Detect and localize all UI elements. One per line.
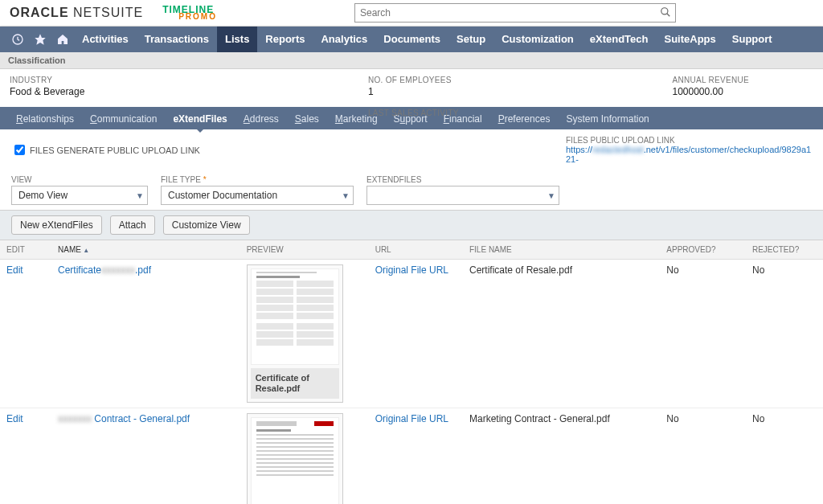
tab-communication[interactable]: Communication [82,109,165,129]
tab-sales[interactable]: Sales [287,109,327,129]
files-public-upload-link-label: FILES PUBLIC UPLOAD LINK [566,136,812,145]
nav-analytics[interactable]: Analytics [313,27,375,52]
logo-timeline: TIMELINE PROMO [162,5,217,21]
nav-support[interactable]: Support [724,27,780,52]
file-name-link[interactable]: Certificatexxxxxxx.pdf [58,264,151,276]
files-generate-public-link-label: FILES GENERATE PUBLIC UPLOAD LINK [30,145,200,155]
filename-cell: Certificate of Resale.pdf [463,260,660,408]
tab-address[interactable]: Address [235,109,287,129]
th-edit[interactable]: EDIT [0,240,51,260]
svg-point-0 [661,8,668,14]
preview-caption: Certificate of Resale.pdf [251,368,339,399]
employees-value: 1 [368,86,459,97]
original-file-url-link[interactable]: Original File URL [375,413,448,424]
new-extendfiles-button[interactable]: New eXtendFiles [11,215,102,235]
nav-documents[interactable]: Documents [375,27,448,52]
view-label: VIEW [11,175,148,184]
actions-bar: New eXtendFiles Attach Customize View [0,210,823,240]
extendfiles-label: EXTENDFILES [366,175,559,184]
th-name[interactable]: NAME [51,240,240,260]
view-select[interactable]: Demo View ▼ [11,186,148,205]
files-table: EDIT NAME PREVIEW URL FILE NAME APPROVED… [0,240,823,504]
nav-reports[interactable]: Reports [257,27,313,52]
tab-preferences[interactable]: Preferences [490,109,559,129]
nav-setup[interactable]: Setup [448,27,493,52]
tab-system-information[interactable]: System Information [558,109,657,129]
employees-label: NO. OF EMPLOYEES [368,76,459,84]
chevron-down-icon: ▼ [547,191,555,200]
nav-suiteapps[interactable]: SuiteApps [657,27,724,52]
global-search[interactable] [354,3,676,23]
search-input[interactable] [354,3,676,23]
industry-value: Food & Beverage [10,86,84,97]
svg-marker-3 [35,34,45,44]
filename-cell: Marketing Contract - General.pdf [463,408,660,504]
original-file-url-link[interactable]: Original File URL [375,264,448,276]
tab-extendfiles[interactable]: eXtendFiles [165,109,235,129]
nav-extendtech[interactable]: eXtendTech [582,27,657,52]
edit-link[interactable]: Edit [6,264,23,276]
tab-relationships[interactable]: Relationships [8,109,82,129]
classification-body: INDUSTRY Food & Beverage NO. OF EMPLOYEE… [0,69,823,107]
nav-transactions[interactable]: Transactions [137,27,217,52]
rejected-cell: No [746,408,823,504]
last-sales-label: LAST SALES ACTIVITY [368,109,459,117]
nav-customization[interactable]: Customization [493,27,582,52]
extendfiles-select[interactable]: ▼ [366,186,559,205]
filetype-select[interactable]: Customer Documentation ▼ [161,186,354,205]
th-approved[interactable]: APPROVED? [660,240,746,260]
revenue-label: ANNUAL REVENUE [672,76,749,84]
industry-label: INDUSTRY [10,76,84,84]
home-icon[interactable] [51,27,74,52]
rejected-cell: No [746,260,823,408]
filetype-value: Customer Documentation [168,190,277,201]
approved-cell: No [660,260,746,408]
filters: VIEW Demo View ▼ FILE TYPE * Customer Do… [0,167,823,210]
files-public-upload-link[interactable]: https://redactedhost.net/v1/files/custom… [566,145,812,164]
main-nav: Activities Transactions Lists Reports An… [0,27,823,52]
recent-icon[interactable] [6,27,29,52]
filetype-label: FILE TYPE * [161,175,354,184]
preview-thumbnail[interactable]: Certificate of Resale.pdf [247,264,343,403]
chevron-down-icon: ▼ [136,191,144,200]
search-icon[interactable] [660,6,671,18]
star-icon[interactable] [29,27,51,52]
th-preview[interactable]: PREVIEW [240,240,369,260]
nav-activities[interactable]: Activities [74,27,137,52]
logo-oracle: ORACLE NETSUITE [10,6,143,20]
customize-view-button[interactable]: Customize View [163,215,250,235]
th-rejected[interactable]: REJECTED? [746,240,823,260]
approved-cell: No [660,408,746,504]
files-generate-public-link-checkbox[interactable] [14,145,25,155]
table-row: Edit Certificatexxxxxxx.pdf Certificate … [0,260,823,408]
file-name-link[interactable]: xxxxxxx Contract - General.pdf [58,413,190,424]
revenue-value: 1000000.00 [672,86,749,97]
preview-thumbnail[interactable]: Marketing Contract - General.pdf [247,413,343,504]
header: ORACLE NETSUITE TIMELINE PROMO [0,0,823,27]
th-url[interactable]: URL [369,240,463,260]
classification-header: Classification [0,52,823,69]
table-row: Edit xxxxxxx Contract - General.pdf Mark… [0,408,823,504]
chevron-down-icon: ▼ [342,191,350,200]
nav-lists[interactable]: Lists [217,27,257,52]
th-filename[interactable]: FILE NAME [463,240,660,260]
view-value: Demo View [18,190,68,201]
upload-row: FILES GENERATE PUBLIC UPLOAD LINK FILES … [0,129,823,167]
edit-link[interactable]: Edit [6,413,23,424]
svg-line-1 [667,14,670,17]
attach-button[interactable]: Attach [110,215,155,235]
